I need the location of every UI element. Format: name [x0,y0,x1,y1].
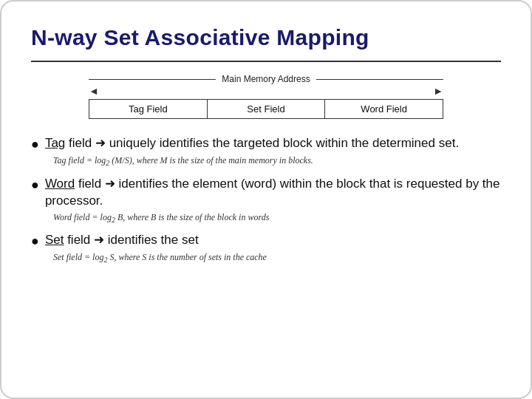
fields-row: Tag Field Set Field Word Field [89,99,443,119]
bullet-dot-2: ● [31,177,39,194]
bullet-set: ● Set field ➜ identifies the set Set fie… [31,232,501,265]
label-line-right [316,79,443,80]
label-line-left [89,79,216,80]
word-formula: Word field = log2 B, where B is the size… [53,212,501,225]
bullet-dot-1: ● [31,136,39,153]
memory-diagram: Main Memory Address ◄ ► Tag Field Set Fi… [31,74,501,119]
arrow-row: ◄ ► [89,86,443,98]
left-arrow-icon: ◄ [89,86,99,98]
word-underline: Word [45,177,75,191]
bullet-list: ● Tag field ➜ uniquely identifies the ta… [31,135,501,265]
tag-formula: Tag field = log2 (M/S), where M is the s… [53,155,501,168]
set-formula: Set field = log2 S, where S is the numbe… [53,252,501,265]
bullet-tag-text: Tag field ➜ uniquely identifies the targ… [45,135,459,152]
word-field-box: Word Field [325,100,443,118]
bullet-set-text: Set field ➜ identifies the set [45,232,199,249]
set-underline: Set [45,233,64,247]
tag-field-box: Tag Field [89,100,208,118]
set-field-box: Set Field [208,100,326,118]
right-arrow-icon: ► [433,86,443,98]
title-divider [31,61,501,62]
bullet-set-main: ● Set field ➜ identifies the set [31,232,501,250]
slide-title: N-way Set Associative Mapping [31,25,501,50]
bullet-dot-3: ● [31,233,39,250]
tag-underline: Tag [45,136,65,150]
slide: N-way Set Associative Mapping Main Memor… [0,0,532,399]
bullet-word: ● Word field ➜ identifies the element (w… [31,176,501,225]
main-memory-label-row: Main Memory Address [89,74,443,84]
main-memory-label: Main Memory Address [216,74,316,84]
bullet-word-text: Word field ➜ identifies the element (wor… [45,176,501,210]
bullet-tag: ● Tag field ➜ uniquely identifies the ta… [31,135,501,168]
bullet-word-main: ● Word field ➜ identifies the element (w… [31,176,501,210]
bullet-tag-main: ● Tag field ➜ uniquely identifies the ta… [31,135,501,153]
